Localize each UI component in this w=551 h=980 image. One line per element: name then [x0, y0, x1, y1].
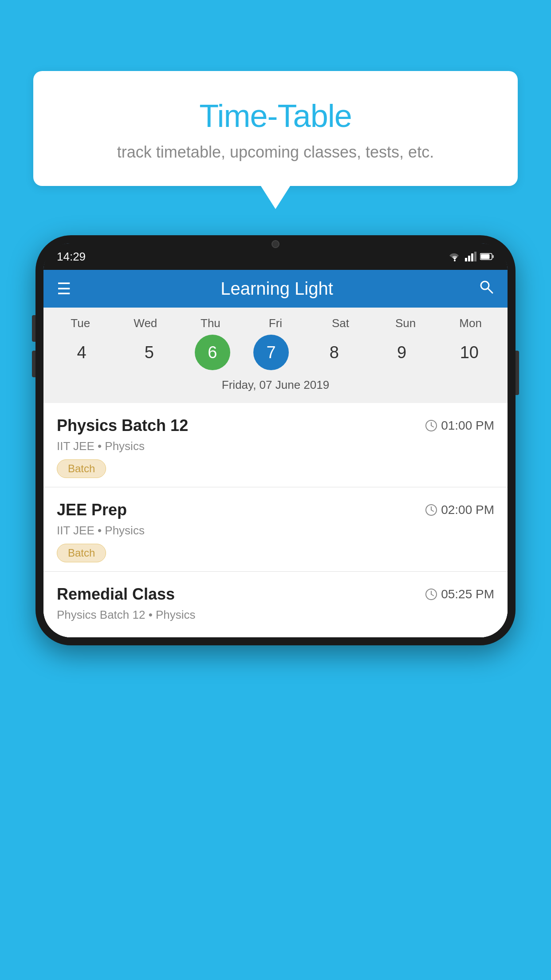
svg-rect-4	[474, 252, 476, 261]
signal-icon	[465, 252, 476, 261]
front-camera	[272, 240, 279, 248]
calendar-strip: Tue Wed Thu Fri Sat Sun Mon 4 5 6 7 8 9 …	[43, 308, 508, 403]
day-4[interactable]: 4	[59, 335, 104, 370]
schedule-subtitle-1: IIT JEE • Physics	[57, 439, 494, 453]
status-time: 14:29	[57, 250, 86, 264]
schedule-title-2: JEE Prep	[57, 501, 127, 519]
schedule-item-1-header: Physics Batch 12 01:00 PM	[57, 416, 494, 435]
clock-icon-1	[425, 419, 437, 432]
schedule-subtitle-3: Physics Batch 12 • Physics	[57, 608, 494, 622]
notch	[249, 235, 302, 253]
svg-line-9	[488, 288, 492, 293]
side-buttons-left	[32, 315, 35, 377]
speech-bubble-container: Time-Table track timetable, upcoming cla…	[33, 71, 518, 186]
schedule-item-2-header: JEE Prep 02:00 PM	[57, 501, 494, 519]
power-button[interactable]	[516, 351, 519, 395]
batch-badge-1: Batch	[57, 459, 106, 478]
day-5[interactable]: 5	[127, 335, 171, 370]
bubble-subtitle: track timetable, upcoming classes, tests…	[51, 143, 500, 162]
schedule-subtitle-2: IIT JEE • Physics	[57, 524, 494, 537]
day-9[interactable]: 9	[380, 335, 424, 370]
schedule-title-3: Remedial Class	[57, 585, 175, 604]
clock-icon-3	[425, 588, 437, 601]
hamburger-menu-icon[interactable]: ☰	[57, 281, 71, 297]
schedule-item-3[interactable]: Remedial Class 05:25 PM Physics Batch 12…	[43, 572, 508, 637]
schedule-time-1: 01:00 PM	[425, 419, 494, 433]
svg-rect-6	[481, 254, 490, 259]
batch-badge-2: Batch	[57, 544, 106, 562]
search-icon[interactable]	[478, 279, 494, 299]
svg-line-15	[431, 510, 433, 511]
status-icons	[448, 252, 494, 261]
bubble-title: Time-Table	[51, 98, 500, 134]
schedule-list: Physics Batch 12 01:00 PM IIT JEE • Phys…	[43, 403, 508, 637]
schedule-time-2: 02:00 PM	[425, 503, 494, 517]
time-text-3: 05:25 PM	[441, 587, 494, 601]
day-header-fri: Fri	[253, 316, 298, 330]
schedule-item-3-header: Remedial Class 05:25 PM	[57, 585, 494, 604]
svg-rect-7	[492, 255, 494, 258]
volume-up-button[interactable]	[32, 315, 35, 342]
time-text-2: 02:00 PM	[441, 503, 494, 517]
day-header-mon: Mon	[449, 316, 493, 330]
battery-icon	[480, 253, 494, 261]
day-8[interactable]: 8	[312, 335, 356, 370]
day-header-sun: Sun	[383, 316, 428, 330]
day-6-today[interactable]: 6	[195, 335, 230, 370]
selected-date: Friday, 07 June 2019	[43, 375, 508, 399]
svg-rect-1	[465, 258, 467, 261]
schedule-time-3: 05:25 PM	[425, 587, 494, 601]
day-10[interactable]: 10	[447, 335, 492, 370]
day-header-sat: Sat	[319, 316, 363, 330]
app-title: Learning Light	[75, 279, 478, 299]
volume-down-button[interactable]	[32, 351, 35, 377]
day-numbers: 4 5 6 7 8 9 10	[43, 335, 508, 370]
day-headers: Tue Wed Thu Fri Sat Sun Mon	[43, 316, 508, 330]
side-buttons-right	[516, 351, 519, 395]
speech-bubble: Time-Table track timetable, upcoming cla…	[33, 71, 518, 186]
schedule-title-1: Physics Batch 12	[57, 416, 188, 435]
svg-line-12	[431, 426, 433, 427]
svg-rect-2	[468, 256, 470, 261]
schedule-item-2[interactable]: JEE Prep 02:00 PM IIT JEE • Physics Batc…	[43, 487, 508, 572]
clock-icon-2	[425, 504, 437, 516]
day-7-selected[interactable]: 7	[253, 335, 289, 370]
day-header-tue: Tue	[58, 316, 102, 330]
day-header-wed: Wed	[123, 316, 168, 330]
svg-line-18	[431, 594, 433, 596]
time-text-1: 01:00 PM	[441, 419, 494, 433]
svg-rect-3	[471, 253, 473, 261]
svg-point-0	[454, 260, 456, 261]
phone-screen: ☰ Learning Light Tue Wed Thu Fri Sat	[43, 243, 508, 637]
day-header-thu: Thu	[188, 316, 232, 330]
phone-mockup: 14:29	[35, 235, 516, 980]
phone-outer: 14:29	[35, 235, 516, 645]
wifi-icon	[448, 252, 461, 261]
schedule-item-1[interactable]: Physics Batch 12 01:00 PM IIT JEE • Phys…	[43, 403, 508, 487]
